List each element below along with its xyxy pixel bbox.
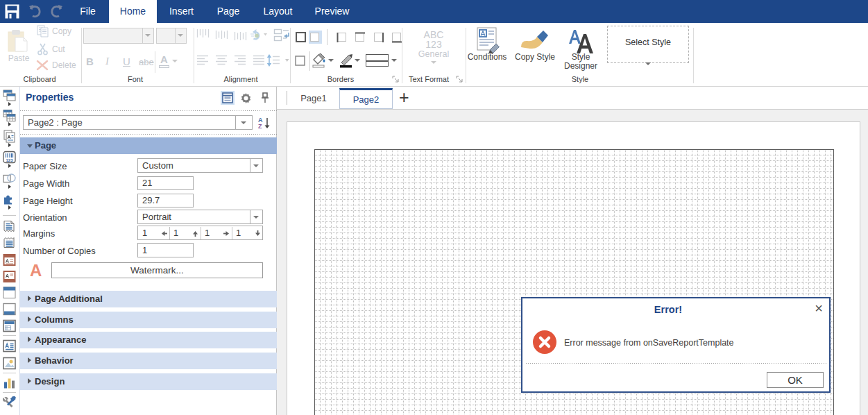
svg-text:A: A <box>258 117 263 124</box>
svg-text:Z: Z <box>258 123 262 130</box>
svg-text:123: 123 <box>6 158 14 162</box>
